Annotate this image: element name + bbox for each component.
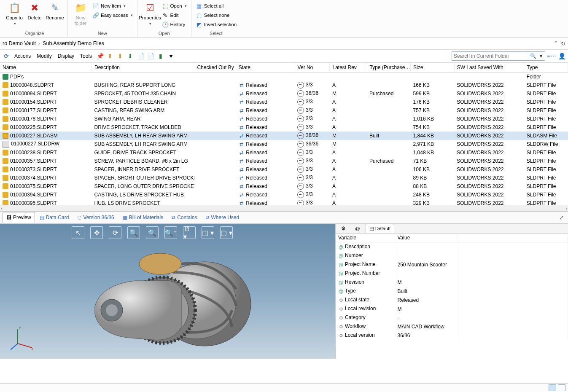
at-icon: @	[338, 271, 344, 277]
property-row[interactable]: ⚙Category-	[336, 313, 568, 322]
prop-col-value[interactable]: Value	[395, 234, 458, 242]
table-row[interactable]: 010000375.SLDPRTSPACER, LONG OUTER DRIVE…	[0, 182, 568, 191]
new-item-button[interactable]: 📄 New item▾	[91, 2, 135, 10]
col-latestrev[interactable]: Latest Rev	[330, 63, 367, 72]
expand-icon[interactable]: ⤢	[557, 215, 565, 221]
crumb-0[interactable]: ro Demo Vault	[3, 40, 36, 46]
table-row[interactable]: 010000177.SLDPRTCASTING, REAR SWING ARM⇄…	[0, 106, 568, 115]
copy-to-button[interactable]: 📋 Copy to ▾	[4, 1, 24, 27]
chevron-down-icon[interactable]: ˅	[555, 40, 557, 47]
pan-icon[interactable]: ✥	[90, 226, 103, 239]
display-mode-icon[interactable]: 🖥 ▾	[183, 226, 196, 239]
table-row[interactable]: 010000154.SLDPRTSPROCKET DEBRIS CLEANER⇄…	[0, 98, 568, 106]
tools-menu[interactable]: Tools	[78, 51, 94, 61]
tab-preview[interactable]: 🖼 Preview	[3, 212, 35, 223]
col-state[interactable]: State	[236, 63, 295, 72]
user-icon[interactable]: 👤	[558, 52, 565, 60]
workflow-icon: ⇄	[238, 166, 244, 172]
property-row[interactable]: @Description	[336, 242, 568, 252]
tab-datacard[interactable]: ▤ Data Card	[36, 212, 73, 223]
breadcrumb[interactable]: ro Demo Vault › Sub Assembly Demo Files …	[0, 38, 568, 50]
preview-pane[interactable]: ↖ ✥ ⟳ 🔍 🔍 🔍⁺ 🖥 ▾ ◫ ▾ ▢ ▾	[0, 224, 336, 359]
checkin-icon[interactable]: ⬇	[116, 52, 124, 60]
new-folder-button[interactable]: 📁 New folder	[70, 1, 91, 26]
table-row[interactable]: 010000227.SLDASMSUB ASSEMBLY, LH REAR SW…	[0, 132, 568, 140]
property-row[interactable]: @Project Name250 Mountain Scooter	[336, 260, 568, 269]
col-type2[interactable]: Type	[524, 63, 568, 72]
col-verno[interactable]: Ver No	[295, 63, 330, 72]
side-tab-at-icon[interactable]: @	[351, 224, 364, 233]
prop-col-variable[interactable]: Variable	[336, 234, 395, 242]
rename-button[interactable]: ✎ Rename	[45, 1, 65, 21]
section-icon[interactable]: ◫ ▾	[202, 226, 214, 239]
col-swsaved[interactable]: SW Last Saved With	[454, 63, 524, 72]
side-tab-default[interactable]: ▤ Default	[366, 224, 394, 233]
easy-access-button[interactable]: 🔗 Easy access▾	[91, 11, 135, 19]
tab-whereused[interactable]: ⧉ Where Used	[202, 212, 243, 223]
select-all-button[interactable]: ▦ Select all	[194, 2, 238, 10]
modify-menu[interactable]: Modify	[35, 51, 53, 61]
col-size[interactable]: Size	[411, 63, 455, 72]
doc-icon-1[interactable]: 📄	[137, 52, 144, 60]
table-row[interactable]: 010000373.SLDPRTSPACER, INNER DRIVE SPRO…	[0, 165, 568, 174]
doc-icon-2[interactable]: 📄	[147, 52, 154, 60]
table-row[interactable]: 010000178.SLDPRTSWING ARM, REAR⇄Released…	[0, 115, 568, 123]
table-row[interactable]: PDF'sFolder	[0, 72, 568, 81]
get-latest-icon[interactable]: ⬇	[127, 52, 134, 60]
refresh-icon[interactable]: ↻	[561, 40, 565, 47]
table-row[interactable]: 010000225.SLDPRTDRIVE SPROCKET, TRACK MO…	[0, 123, 568, 132]
view-list-icon[interactable]	[549, 384, 556, 391]
actions-menu[interactable]: Actions	[13, 51, 32, 61]
search-dropdown-icon[interactable]: ▾	[537, 53, 545, 59]
property-row[interactable]: @Project Number	[336, 269, 568, 278]
table-row[interactable]: 010000374.SLDPRTSPACER, SHORT OUTER DRIV…	[0, 174, 568, 182]
col-name[interactable]: Name	[0, 63, 92, 72]
refresh-icon[interactable]: ⟳	[3, 52, 10, 60]
property-row[interactable]: ⚙Local version36/36	[336, 331, 568, 340]
table-row[interactable]: 010000227.SLDDRWSUB ASSEMBLY, LH REAR SW…	[0, 140, 568, 148]
search-input[interactable]: 🔍 ▾	[452, 51, 545, 61]
col-description[interactable]: Description	[92, 63, 194, 72]
tab-bom[interactable]: ▦ Bill of Materials	[119, 212, 167, 223]
edit-button[interactable]: ✎ Edit	[160, 11, 188, 19]
zoomfit-icon[interactable]: 🔍	[146, 226, 159, 239]
side-tab-config-icon[interactable]: ⚙	[337, 224, 350, 233]
crumb-1[interactable]: Sub Assembly Demo Files	[43, 40, 104, 46]
search-icon[interactable]: 🔍	[529, 53, 537, 59]
table-row[interactable]: 010000394.SLDPRTCASTING, LS DRIVE SPROCK…	[0, 191, 568, 199]
open-button[interactable]: ⬚ Open▾	[160, 2, 188, 10]
table-row[interactable]: 010000238.SLDPRTGUIDE, DRIVE TRACK SPROC…	[0, 148, 568, 157]
delete-button[interactable]: ✖ Delete	[24, 1, 45, 21]
property-row[interactable]: @RevisionM	[336, 278, 568, 287]
table-row[interactable]: 10000048.SLDPRTBUSHING, REAR SUPPORT LON…	[0, 81, 568, 89]
history-button[interactable]: 🕑 History	[160, 20, 188, 29]
invert-selection-button[interactable]: ◩ Invert selection	[194, 20, 238, 29]
display-menu[interactable]: Display	[56, 51, 76, 61]
filter-icon[interactable]: ≡⋯	[548, 52, 555, 60]
tab-version[interactable]: ◌ Version 36/36	[73, 212, 118, 223]
pin-icon[interactable]: 📌	[96, 52, 104, 60]
property-row[interactable]: ⚙Local revisionM	[336, 304, 568, 313]
zoom-icon[interactable]: 🔍	[127, 226, 140, 239]
table-row[interactable]: 010000357.SLDPRTSCREW, PARTICLE BOARD, #…	[0, 157, 568, 165]
zoomwin-icon[interactable]: 🔍⁺	[164, 226, 177, 239]
tab-contains[interactable]: ⧉ Contains	[168, 212, 201, 223]
horizontal-scrollbar[interactable]: ‹›	[0, 205, 568, 211]
property-row[interactable]: @TypeBuilt	[336, 287, 568, 295]
property-row[interactable]: @Number	[336, 251, 568, 260]
property-row[interactable]: ⚙Local stateReleased	[336, 295, 568, 304]
svg-text:X: X	[31, 347, 34, 351]
col-type1[interactable]: Type (Purchase…	[367, 63, 411, 72]
checkout-icon[interactable]: ⬆	[106, 52, 114, 60]
box-icon[interactable]: ▢ ▾	[220, 226, 233, 239]
properties-button[interactable]: ☑ Properties ▾	[140, 1, 160, 27]
select-none-button[interactable]: ▢ Select none	[194, 11, 238, 19]
more-icon[interactable]: ▾	[167, 52, 175, 60]
property-row[interactable]: ⚙WorkflowMAIN CAD Workflow	[336, 322, 568, 331]
table-row[interactable]: 010000094.SLDPRTSPROCKET, 45 TOOTH #35 C…	[0, 89, 568, 98]
rotate-icon[interactable]: ⟳	[109, 226, 121, 239]
view-details-icon[interactable]	[558, 384, 565, 391]
cursor-icon[interactable]: ↖	[72, 226, 84, 239]
col-checkedout[interactable]: Checked Out By	[194, 63, 236, 72]
book-icon[interactable]: ▮	[157, 52, 164, 60]
